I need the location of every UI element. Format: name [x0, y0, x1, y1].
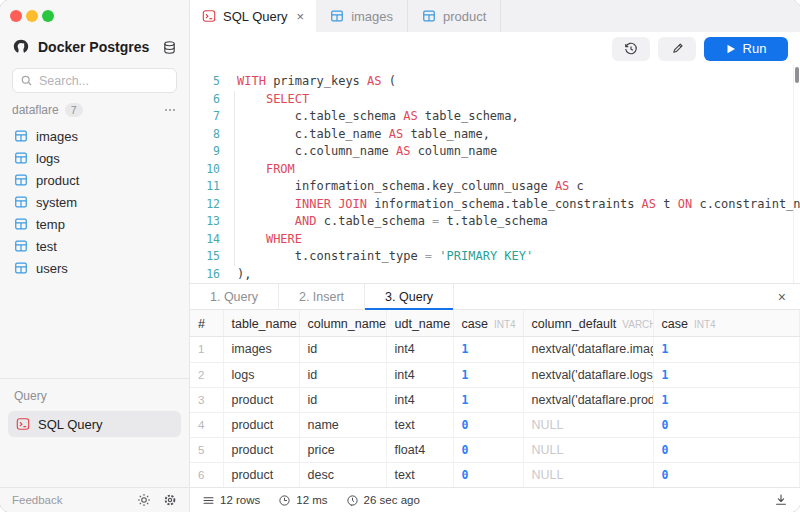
results-tab-2-insert[interactable]: 2. Insert [279, 284, 365, 309]
data-cell[interactable]: images [223, 337, 299, 362]
table-label: product [36, 173, 79, 188]
table-row[interactable]: 2logsidint41nextval('dataflare.logs_id_s… [190, 362, 800, 387]
table-row[interactable]: 3productidint41nextval('dataflare.produc… [190, 387, 800, 412]
column-header-index[interactable]: # [190, 310, 223, 336]
sidebar-item-logs[interactable]: logs [0, 147, 189, 169]
token-txt: c.table_schema [237, 109, 403, 123]
data-cell[interactable]: 1 [653, 387, 800, 412]
tab-product[interactable]: product [408, 0, 501, 32]
minimize-window-button[interactable] [26, 10, 38, 22]
search-container [0, 62, 189, 97]
data-cell[interactable]: 1 [453, 362, 523, 387]
data-cell[interactable]: 1 [653, 362, 800, 387]
line-code: WITH primary_keys AS ( [220, 73, 396, 91]
data-cell[interactable]: 0 [653, 462, 800, 487]
sidebar-item-users[interactable]: users [0, 257, 189, 279]
row-index-cell[interactable]: 4 [190, 412, 223, 437]
query-section-label: Query [0, 379, 189, 407]
data-cell[interactable]: 1 [653, 337, 800, 362]
data-cell[interactable]: 1 [453, 387, 523, 412]
schema-row[interactable]: dataflare 7 [0, 97, 189, 123]
column-header-table_name[interactable]: table_name... [223, 310, 299, 336]
history-button[interactable] [612, 37, 650, 61]
column-header-column_default[interactable]: column_defaultVARCHAR [523, 310, 653, 336]
column-name: case [462, 317, 488, 331]
data-cell[interactable]: id [299, 337, 386, 362]
row-index-cell[interactable]: 6 [190, 462, 223, 487]
data-cell[interactable]: product [223, 387, 299, 412]
data-cell[interactable]: NULL [523, 437, 653, 462]
data-cell[interactable]: int4 [386, 362, 453, 387]
data-cell[interactable]: name [299, 412, 386, 437]
data-cell[interactable]: 0 [453, 437, 523, 462]
data-cell[interactable]: float4 [386, 437, 453, 462]
data-cell[interactable]: logs [223, 362, 299, 387]
sidebar-item-test[interactable]: test [0, 235, 189, 257]
column-header-udt_name[interactable]: udt_name... [386, 310, 453, 336]
table-row[interactable]: 5productpricefloat40NULL0 [190, 437, 800, 462]
format-button[interactable] [658, 37, 696, 61]
data-cell[interactable]: 0 [453, 462, 523, 487]
postgres-logo-icon [12, 38, 30, 56]
data-cell[interactable]: nextval('dataflare.logs_id_seq'… [523, 362, 653, 387]
column-header-case[interactable]: caseINT4 [653, 310, 800, 336]
search-input[interactable] [39, 74, 169, 88]
token-kw: AND [295, 214, 317, 228]
data-cell[interactable]: product [223, 412, 299, 437]
table-row[interactable]: 4productnametext0NULL0 [190, 412, 800, 437]
gear-icon[interactable] [163, 493, 177, 507]
data-cell[interactable]: desc [299, 462, 386, 487]
close-icon[interactable]: × [295, 9, 307, 24]
row-index-cell[interactable]: 3 [190, 387, 223, 412]
sidebar-item-images[interactable]: images [0, 125, 189, 147]
feedback-link[interactable]: Feedback [12, 494, 125, 506]
data-cell[interactable]: 0 [453, 412, 523, 437]
data-cell[interactable]: nextval('dataflare.product_id_… [523, 387, 653, 412]
data-cell[interactable]: 1 [453, 337, 523, 362]
row-index-cell[interactable]: 2 [190, 362, 223, 387]
editor-line: 12 INNER JOIN information_schema.table_c… [190, 196, 800, 214]
close-window-button[interactable] [10, 10, 22, 22]
tab-bar: SQL Query×imagesproduct [190, 0, 800, 32]
data-cell[interactable]: text [386, 412, 453, 437]
data-cell[interactable]: product [223, 437, 299, 462]
data-cell[interactable]: int4 [386, 337, 453, 362]
run-button[interactable]: Run [704, 37, 788, 61]
database-icon[interactable] [162, 40, 177, 55]
tab-sql-query[interactable]: SQL Query× [190, 0, 316, 32]
data-cell[interactable]: price [299, 437, 386, 462]
results-close-icon[interactable]: × [764, 289, 800, 305]
data-cell[interactable]: id [299, 387, 386, 412]
row-index-cell[interactable]: 5 [190, 437, 223, 462]
data-cell[interactable]: NULL [523, 412, 653, 437]
data-cell[interactable]: id [299, 362, 386, 387]
more-icon[interactable] [163, 103, 177, 117]
token-txt: t.table_schema [439, 214, 547, 228]
data-cell[interactable]: text [386, 462, 453, 487]
download-icon[interactable] [774, 493, 788, 507]
data-cell[interactable]: product [223, 462, 299, 487]
sidebar-item-system[interactable]: system [0, 191, 189, 213]
row-index-cell[interactable]: 1 [190, 337, 223, 362]
data-cell[interactable]: nextval('dataflare.images_id_s… [523, 337, 653, 362]
sidebar-item-sql-query[interactable]: SQL Query [8, 411, 181, 437]
tab-images[interactable]: images [316, 0, 408, 32]
results-tab-3-query[interactable]: 3. Query [365, 284, 454, 309]
table-row[interactable]: 1imagesidint41nextval('dataflare.images_… [190, 337, 800, 362]
results-tab-1-query[interactable]: 1. Query [190, 284, 279, 309]
data-cell[interactable]: 0 [653, 437, 800, 462]
status-label: 12 rows [220, 494, 260, 506]
sql-editor[interactable]: 5WITH primary_keys AS (6 SELECT7 c.table… [190, 65, 800, 283]
column-header-case[interactable]: caseINT4 [453, 310, 523, 336]
sidebar-item-product[interactable]: product [0, 169, 189, 191]
theme-sun-icon[interactable] [137, 493, 151, 507]
editor-scrollbar-thumb[interactable] [795, 67, 799, 83]
zoom-window-button[interactable] [42, 10, 54, 22]
sidebar-item-temp[interactable]: temp [0, 213, 189, 235]
data-cell[interactable]: int4 [386, 387, 453, 412]
search-box[interactable] [12, 68, 177, 93]
data-cell[interactable]: 0 [653, 412, 800, 437]
column-header-column_name[interactable]: column_name... [299, 310, 386, 336]
data-cell[interactable]: NULL [523, 462, 653, 487]
table-row[interactable]: 6productdesctext0NULL0 [190, 462, 800, 487]
